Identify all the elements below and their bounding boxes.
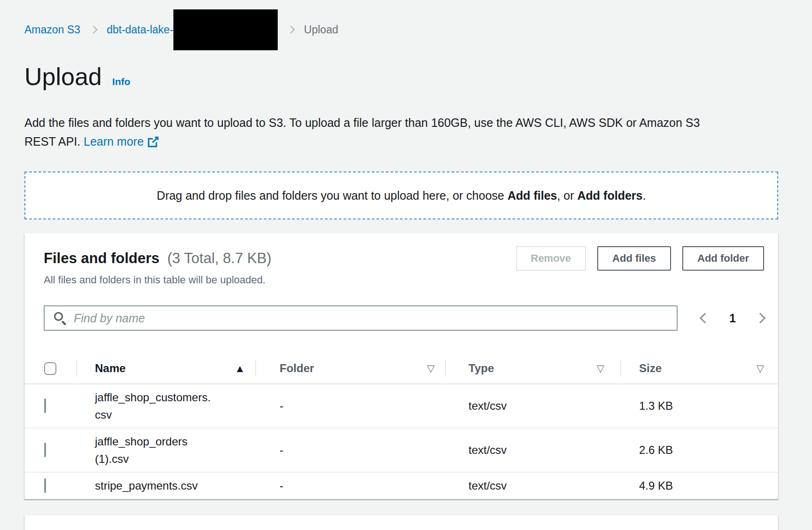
redacted-bucket-name [173, 9, 278, 50]
table-row: jaffle_shop_customers.csv - text/csv 1.3… [24, 384, 778, 429]
card-header-text: Files and folders (3 Total, 8.7 KB) All … [44, 246, 272, 286]
breadcrumb-current-upload: Upload [304, 23, 338, 36]
column-header-folder[interactable]: Folder ▽ [255, 353, 445, 383]
row-checkbox-cell [24, 479, 76, 492]
cell-type: text/csv [445, 399, 620, 413]
table-row: jaffle_shop_orders (1).csv - text/csv 2.… [24, 429, 778, 473]
card-header: Files and folders (3 Total, 8.7 KB) All … [24, 234, 778, 286]
add-files-button[interactable]: Add files [597, 246, 671, 271]
panel-count-summary: (3 Total, 8.7 KB) [167, 250, 272, 266]
pagination-current-page[interactable]: 1 [729, 312, 736, 325]
cell-folder: - [255, 479, 445, 492]
column-header-type[interactable]: Type ▽ [445, 353, 620, 383]
sort-ascending-icon[interactable]: ▲ [237, 364, 243, 373]
chevron-left-icon[interactable] [700, 313, 710, 324]
table-header-row: Name ▲ Folder ▽ Type ▽ Size ▽ [24, 353, 778, 384]
search-row: 1 [44, 305, 764, 331]
cell-name: stripe_payments.csv [95, 473, 213, 499]
column-header-name[interactable]: Name ▲ [76, 353, 255, 383]
row-checkbox-cell [24, 399, 76, 413]
upload-page: Amazon S3 dbt-data-lake- Upload Upload I… [0, 19, 812, 530]
external-link-icon [148, 136, 159, 148]
breadcrumb: Amazon S3 dbt-data-lake- Upload [24, 19, 778, 40]
breadcrumb-chevron-icon [89, 26, 97, 34]
info-link[interactable]: Info [112, 76, 130, 87]
page-title-row: Upload Info [24, 62, 778, 91]
row-checkbox[interactable] [44, 478, 46, 493]
cell-size: 4.9 KB [620, 479, 778, 492]
column-header-size[interactable]: Size ▽ [620, 353, 778, 383]
next-section-card [24, 515, 778, 530]
cell-folder: - [255, 444, 445, 457]
panel-title: Files and folders [44, 250, 159, 266]
add-folder-button[interactable]: Add folder [682, 246, 764, 271]
filter-dropdown-icon[interactable]: ▽ [427, 363, 435, 374]
page-title: Upload [24, 62, 102, 91]
pagination: 1 [701, 312, 764, 325]
learn-more-link[interactable]: Learn more [84, 135, 159, 148]
cell-size: 2.6 KB [620, 444, 778, 457]
cell-name: jaffle_shop_customers.csv [95, 384, 213, 428]
filter-dropdown-icon[interactable]: ▽ [597, 363, 604, 374]
cell-type: text/csv [445, 444, 620, 457]
table-header-checkbox-cell [24, 362, 76, 375]
search-input[interactable] [44, 305, 678, 331]
row-checkbox-cell [24, 444, 76, 457]
cell-name: jaffle_shop_orders (1).csv [95, 429, 213, 472]
cell-type: text/csv [445, 479, 620, 492]
row-checkbox[interactable] [44, 443, 46, 457]
drag-and-drop-zone[interactable]: Drag and drop files and folders you want… [24, 171, 778, 219]
table-row: stripe_payments.csv - text/csv 4.9 KB [24, 473, 778, 499]
panel-subtitle: All files and folders in this table will… [44, 274, 272, 286]
breadcrumb-chevron-icon [287, 26, 295, 34]
dropzone-text: Drag and drop files and folders you want… [157, 189, 646, 203]
breadcrumb-amazon-s3-link[interactable]: Amazon S3 [24, 23, 80, 36]
files-table: Name ▲ Folder ▽ Type ▽ Size ▽ jaffl [24, 353, 778, 499]
cell-folder: - [255, 399, 445, 413]
panel-actions: Remove Add files Add folder [516, 246, 765, 271]
breadcrumb-bucket-link[interactable]: dbt-data-lake- [107, 23, 173, 36]
search-box [44, 305, 678, 331]
search-icon [54, 312, 63, 321]
intro-paragraph: Add the files and folders you want to up… [24, 113, 728, 151]
row-checkbox[interactable] [44, 398, 46, 413]
filter-dropdown-icon[interactable]: ▽ [757, 363, 764, 374]
files-and-folders-card: Files and folders (3 Total, 8.7 KB) All … [24, 234, 778, 499]
chevron-right-icon[interactable] [755, 313, 766, 324]
panel-title-line: Files and folders (3 Total, 8.7 KB) [44, 250, 272, 267]
remove-button[interactable]: Remove [516, 246, 586, 271]
select-all-checkbox[interactable] [44, 362, 56, 375]
cell-size: 1.3 KB [620, 399, 778, 413]
